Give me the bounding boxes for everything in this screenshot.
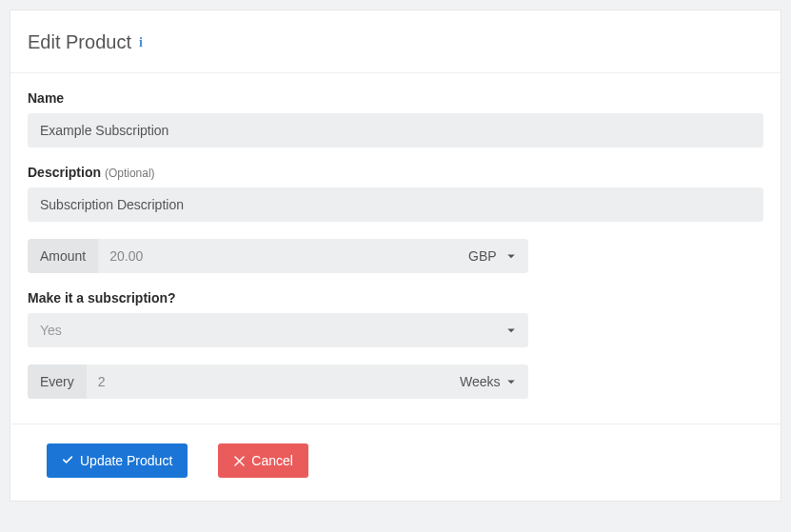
name-group: Name — [28, 90, 763, 148]
page-title-text: Edit Product — [28, 31, 131, 53]
card-footer: Update Product Cancel — [10, 424, 781, 501]
name-input[interactable] — [28, 113, 763, 148]
description-optional-text: (Optional) — [105, 167, 155, 180]
interval-group: Every Weeks — [28, 365, 763, 399]
info-icon[interactable]: i — [139, 35, 143, 50]
close-icon — [233, 455, 246, 467]
subscription-label: Make it a subscription? — [28, 290, 763, 305]
page-title: Edit Product i — [28, 31, 763, 53]
update-product-button[interactable]: Update Product — [47, 443, 188, 478]
description-group: Description (Optional) — [28, 165, 763, 222]
currency-select[interactable]: GBP — [456, 239, 528, 273]
name-label: Name — [28, 90, 763, 106]
subscription-select[interactable]: Yes — [28, 313, 528, 347]
amount-input[interactable] — [98, 239, 456, 273]
amount-group: Amount GBP — [28, 239, 763, 273]
amount-input-group: Amount GBP — [28, 239, 528, 273]
check-icon — [62, 455, 74, 467]
cancel-button[interactable]: Cancel — [218, 443, 308, 478]
card-body: Name Description (Optional) Amount GBP M… — [10, 73, 781, 424]
edit-product-card: Edit Product i Name Description (Optiona… — [10, 10, 781, 502]
description-label: Description (Optional) — [28, 165, 763, 180]
amount-addon: Amount — [28, 239, 98, 273]
description-label-text: Description — [28, 165, 101, 180]
update-button-label: Update Product — [80, 453, 172, 468]
card-header: Edit Product i — [10, 10, 781, 73]
interval-unit-select[interactable]: Weeks — [447, 365, 528, 399]
interval-input[interactable] — [87, 365, 447, 399]
interval-input-group: Every Weeks — [28, 365, 528, 399]
subscription-group: Make it a subscription? Yes — [28, 290, 763, 347]
cancel-button-label: Cancel — [251, 453, 293, 468]
interval-addon: Every — [28, 365, 87, 399]
description-input[interactable] — [28, 187, 763, 222]
